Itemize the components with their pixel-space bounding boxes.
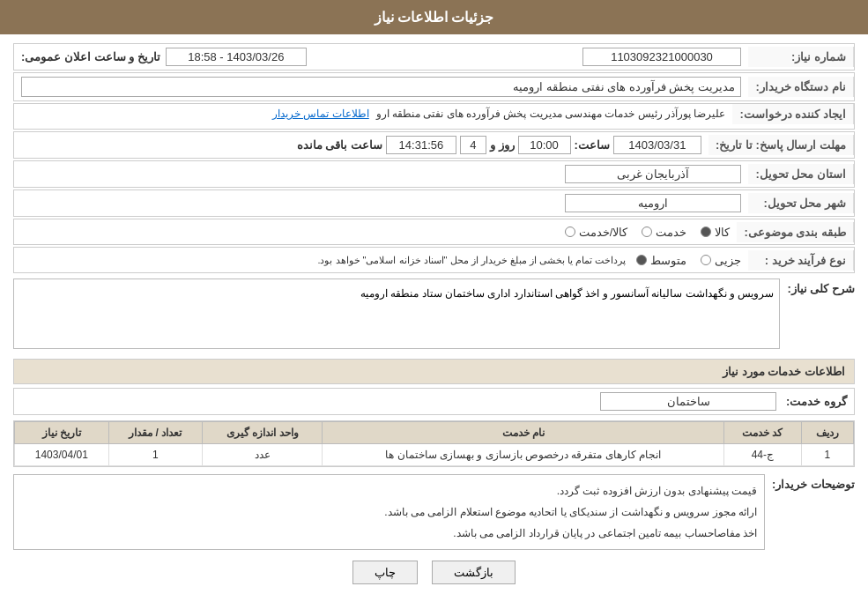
category-goods-radio[interactable] xyxy=(701,227,711,237)
category-row: طبقه بندی موضوعی: کالا خدمت کالا/خدمت xyxy=(13,219,855,245)
category-service-radio[interactable] xyxy=(642,227,652,237)
cell-unit: عدد xyxy=(203,444,323,466)
page-title: جزئیات اطلاعات نیاز xyxy=(375,10,494,25)
buyer-org-value: مدیریت پخش فرآورده های نفتی منطقه ارومیه xyxy=(21,77,741,97)
city-value-cell: ارومیه xyxy=(14,190,748,216)
category-both-label: کالا/خدمت xyxy=(579,226,628,239)
col-code: کد خدمت xyxy=(724,422,802,444)
button-row: بازگشت چاپ xyxy=(13,550,855,595)
buyer-notes-label: توضیحات خریدار: xyxy=(772,474,855,491)
need-description-section: شرح کلی نیاز: xyxy=(13,279,855,352)
province-value: آذربایجان غربی xyxy=(565,165,741,183)
col-date: تاریخ نیاز xyxy=(15,422,109,444)
buyer-org-row: نام دستگاه خریدار: مدیریت پخش فرآورده ها… xyxy=(13,72,855,101)
page-content: شماره نیاز: 1103092321000030 1403/03/26 … xyxy=(0,34,868,604)
purchase-jozee[interactable]: جزیی xyxy=(701,254,741,267)
purchase-jozee-label: جزیی xyxy=(715,254,741,267)
col-unit: واحد اندازه گیری xyxy=(203,422,323,444)
buyer-notes-section: توضیحات خریدار: قیمت پیشنهادی بدون ارزش … xyxy=(13,474,855,550)
purchase-type-label: نوع فرآیند خرید : xyxy=(748,250,854,271)
purchase-motavas[interactable]: متوسط xyxy=(636,254,686,267)
need-description-box xyxy=(13,279,780,352)
page-wrapper: جزئیات اطلاعات نیاز شماره نیاز: 11030923… xyxy=(0,0,868,609)
category-value-cell: کالا خدمت کالا/خدمت xyxy=(14,222,737,242)
deadline-date: 1403/03/31 xyxy=(613,136,701,154)
buyer-note-1: قیمت پیشنهادی بدون ارزش افزوده ثبت گردد. xyxy=(21,480,757,501)
need-number-value: 1103092321000030 xyxy=(582,48,741,66)
buyer-org-label: نام دستگاه خریدار: xyxy=(748,77,854,97)
category-label: طبقه بندی موضوعی: xyxy=(737,222,854,242)
need-number-row: شماره نیاز: 1103092321000030 1403/03/26 … xyxy=(13,43,855,71)
datetime-label: تاریخ و ساعت اعلان عمومی: xyxy=(21,50,160,63)
cell-date: 1403/04/01 xyxy=(15,444,109,466)
category-service-label: خدمت xyxy=(656,226,686,239)
service-group-value: ساختمان xyxy=(600,392,776,411)
deadline-time: 10:00 xyxy=(518,136,571,154)
need-number-value-cell: 1103092321000030 xyxy=(314,44,748,70)
buyer-org-value-cell: مدیریت پخش فرآورده های نفتی منطقه ارومیه xyxy=(14,73,748,100)
remaining-time: 14:31:56 xyxy=(386,136,456,154)
deadline-time-row: 1403/03/31 ساعت: 10:00 روز و 4 14:31:56 … xyxy=(21,136,701,154)
purchase-motavas-label: متوسط xyxy=(650,254,686,267)
date-time-value: 1403/03/26 - 18:58 xyxy=(166,48,307,66)
purchase-type-note: پرداخت تمام یا بخشی از مبلغ خریدار از مح… xyxy=(317,255,626,266)
creator-value-cell: علیرضا پورآذر رئیس خدمات مهندسی مدیریت پ… xyxy=(14,104,732,123)
buyer-notes-content: قیمت پیشنهادی بدون ارزش افزوده ثبت گردد.… xyxy=(13,474,765,550)
services-table: ردیف کد خدمت نام خدمت واحد اندازه گیری ت… xyxy=(14,421,854,466)
category-option-both[interactable]: کالا/خدمت xyxy=(565,226,628,239)
category-option-service[interactable]: خدمت xyxy=(642,226,686,239)
buyer-note-2: ارائه مجوز سرویس و نگهداشت از سندیکای یا… xyxy=(21,501,757,523)
purchase-type-radio-group: جزیی متوسط xyxy=(636,254,741,267)
remaining-day-label: روز و xyxy=(490,138,515,152)
cell-quantity: 1 xyxy=(108,444,202,466)
cell-row: 1 xyxy=(801,444,853,466)
purchase-type-row: نوع فرآیند خرید : جزیی متوسط پرداخت تمام… xyxy=(13,247,855,273)
city-value: ارومیه xyxy=(565,194,741,212)
need-number-label: شماره نیاز: xyxy=(748,47,854,67)
deadline-label: مهلت ارسال پاسخ: تا تاریخ: xyxy=(708,135,854,155)
remaining-days: 4 xyxy=(460,136,486,154)
category-both-radio[interactable] xyxy=(565,227,575,237)
page-header: جزئیات اطلاعات نیاز xyxy=(0,0,868,34)
purchase-type-value-cell: جزیی متوسط پرداخت تمام یا بخشی از مبلغ خ… xyxy=(14,250,748,271)
print-button[interactable]: چاپ xyxy=(352,561,418,584)
service-group-label: گروه خدمت: xyxy=(776,395,847,408)
need-description-textarea[interactable] xyxy=(13,279,780,349)
services-info-header: اطلاعات خدمات مورد نیاز xyxy=(13,359,855,384)
contact-link[interactable]: اطلاعات تماس خریدار xyxy=(272,108,369,120)
col-quantity: تعداد / مقدار xyxy=(108,422,202,444)
services-table-wrapper: ردیف کد خدمت نام خدمت واحد اندازه گیری ت… xyxy=(13,420,855,467)
deadline-row: مهلت ارسال پاسخ: تا تاریخ: 1403/03/31 سا… xyxy=(13,131,855,159)
city-label: شهر محل تحویل: xyxy=(748,193,854,213)
city-row: شهر محل تحویل: ارومیه xyxy=(13,189,855,217)
creator-row: ایجاد کننده درخواست: علیرضا پورآذر رئیس … xyxy=(13,103,855,130)
table-row: 1 ج-44 انجام کارهای متفرقه درخصوص بازساز… xyxy=(15,444,854,466)
creator-value: علیرضا پورآذر رئیس خدمات مهندسی مدیریت پ… xyxy=(376,108,726,120)
deadline-value-cell: 1403/03/31 ساعت: 10:00 روز و 4 14:31:56 … xyxy=(14,132,708,158)
deadline-time-label: ساعت: xyxy=(575,138,610,152)
purchase-jozee-radio[interactable] xyxy=(701,255,711,265)
province-row: استان محل تحویل: آذربایجان غربی xyxy=(13,160,855,188)
col-row: ردیف xyxy=(801,422,853,444)
cell-name: انجام کارهای متفرقه درخصوص بازسازی و بهس… xyxy=(323,444,724,466)
category-goods-label: کالا xyxy=(715,226,730,239)
buyer-note-3: اخذ مفاصاحساب بیمه تامین اجتماعی در پایا… xyxy=(21,523,757,544)
category-option-goods[interactable]: کالا xyxy=(701,226,730,239)
remaining-time-label: ساعت باقی مانده xyxy=(297,138,382,152)
back-button[interactable]: بازگشت xyxy=(432,561,516,584)
col-name: نام خدمت xyxy=(323,422,724,444)
service-group-row: گروه خدمت: ساختمان xyxy=(13,388,855,415)
category-radio-group: کالا خدمت کالا/خدمت xyxy=(21,226,730,239)
creator-label: ایجاد کننده درخواست: xyxy=(732,104,854,124)
cell-code: ج-44 xyxy=(724,444,802,466)
province-label: استان محل تحویل: xyxy=(748,164,854,184)
datetime-area: 1403/03/26 - 18:58 تاریخ و ساعت اعلان عم… xyxy=(14,48,314,66)
need-description-label: شرح کلی نیاز: xyxy=(787,279,855,295)
purchase-motavas-radio[interactable] xyxy=(636,255,647,265)
province-value-cell: آذربایجان غربی xyxy=(14,161,748,187)
